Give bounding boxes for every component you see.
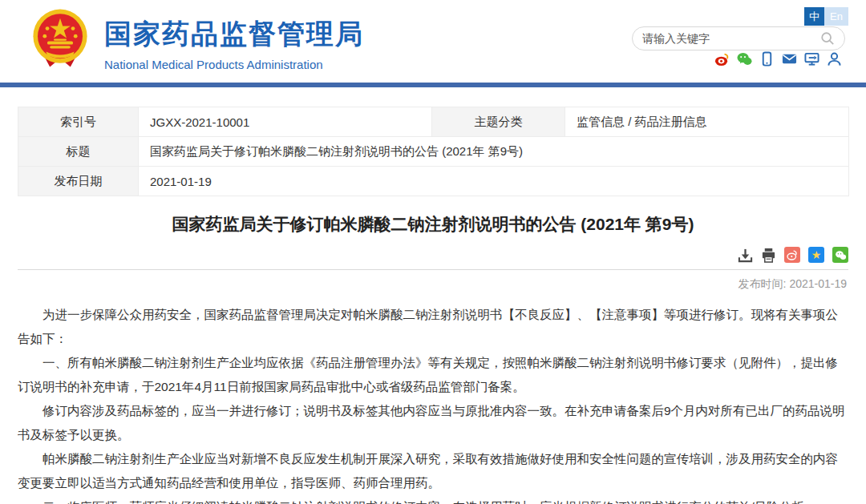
message-board-icon[interactable] <box>804 51 819 67</box>
site-title-zh: 国家药品监督管理局 <box>104 16 364 53</box>
language-toggle: 中 En <box>804 7 848 26</box>
weibo-icon[interactable] <box>714 51 730 67</box>
user-icon[interactable] <box>827 51 842 67</box>
article-body: 为进一步保障公众用药安全，国家药品监督管理局决定对帕米膦酸二钠注射剂说明书【不良… <box>18 303 848 504</box>
mobile-icon[interactable] <box>759 51 775 67</box>
share-weibo-icon[interactable] <box>784 247 800 263</box>
paragraph: 二、临床医师、药师应当仔细阅读帕米膦酸二钠注射剂说明书的修订内容，在选择用药时，… <box>18 495 848 504</box>
meta-title-value: 国家药监局关于修订帕米膦酸二钠注射剂说明书的公告 (2021年 第9号) <box>139 137 849 167</box>
download-icon[interactable] <box>738 248 753 263</box>
article: 国家药监局关于修订帕米膦酸二钠注射剂说明书的公告 (2021年 第9号) ★ <box>18 213 848 504</box>
mail-icon[interactable] <box>782 51 797 67</box>
search-icon[interactable] <box>820 31 835 46</box>
meta-category-label: 主题分类 <box>432 107 565 137</box>
print-icon[interactable] <box>761 248 776 263</box>
table-row: 标题 国家药监局关于修订帕米膦酸二钠注射剂说明书的公告 (2021年 第9号) <box>18 137 849 167</box>
publish-time-label: 发布时间: <box>739 277 790 290</box>
table-row: 发布日期 2021-01-19 <box>18 167 849 196</box>
meta-index-value: JGXX-2021-10001 <box>139 107 432 137</box>
paragraph: 帕米膦酸二钠注射剂生产企业应当对新增不良反应发生机制开展深入研究，采取有效措施做… <box>18 447 848 495</box>
meta-category-value: 监管信息 / 药品注册信息 <box>565 107 849 137</box>
qzone-star-glyph: ★ <box>811 249 822 260</box>
lang-en-button[interactable]: En <box>824 7 848 26</box>
meta-date-label: 发布日期 <box>18 167 139 196</box>
paragraph: 为进一步保障公众用药安全，国家药品监督管理局决定对帕米膦酸二钠注射剂说明书【不良… <box>18 303 848 351</box>
article-title: 国家药监局关于修订帕米膦酸二钠注射剂说明书的公告 (2021年 第9号) <box>18 213 848 236</box>
share-wechat-icon[interactable] <box>832 247 848 263</box>
meta-date-value: 2021-01-19 <box>139 167 849 196</box>
header-divider-bar <box>0 83 866 87</box>
search-input[interactable] <box>642 32 820 45</box>
article-action-bar: ★ <box>18 247 848 269</box>
paragraph: 一、所有帕米膦酸二钠注射剂生产企业均应依据《药品注册管理办法》等有关规定，按照帕… <box>18 351 848 399</box>
search-box <box>632 26 845 50</box>
meta-index-label: 索引号 <box>18 107 139 137</box>
paragraph: 修订内容涉及药品标签的，应当一并进行修订；说明书及标签其他内容应当与原批准内容一… <box>18 399 848 447</box>
site-title-en: National Medical Products Administration <box>104 58 364 71</box>
national-emblem-icon <box>28 7 92 73</box>
lang-zh-button[interactable]: 中 <box>804 7 824 26</box>
document-meta-table: 索引号 JGXX-2021-10001 主题分类 监管信息 / 药品注册信息 标… <box>18 107 849 196</box>
publish-time-value: 2021-01-19 <box>789 277 847 290</box>
share-qzone-icon[interactable]: ★ <box>808 247 824 263</box>
meta-title-label: 标题 <box>18 137 139 167</box>
header-social-icons <box>714 51 842 67</box>
publish-time: 发布时间: 2021-01-19 <box>18 270 848 303</box>
wechat-icon[interactable] <box>737 51 752 67</box>
site-header: 国家药品监督管理局 National Medical Products Admi… <box>0 0 866 83</box>
table-row: 索引号 JGXX-2021-10001 主题分类 监管信息 / 药品注册信息 <box>18 107 849 137</box>
